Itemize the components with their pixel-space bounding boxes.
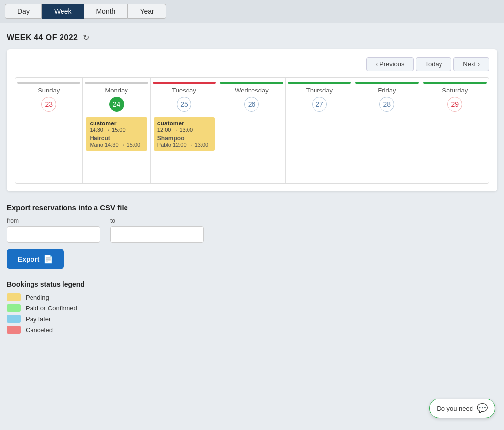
legend-title: Bookings status legend bbox=[7, 280, 497, 288]
monday-number: 24 bbox=[109, 97, 124, 112]
day-header-sunday: Sunday 23 bbox=[15, 78, 83, 114]
main-content: WEEK 44 OF 2022 ↻ ‹ Previous Today Next … bbox=[0, 23, 504, 343]
tuesday-name: Tuesday bbox=[153, 87, 216, 94]
calendar-nav: ‹ Previous Today Next › bbox=[15, 57, 489, 71]
monday-booking-customer: customer bbox=[90, 120, 143, 127]
day-cell-monday[interactable]: customer 14:30 → 15:00 Haircut Mario 14:… bbox=[83, 114, 150, 183]
paid-label: Paid or Confirmed bbox=[26, 305, 77, 312]
monday-booking-service: Haircut bbox=[90, 135, 143, 142]
next-button[interactable]: Next › bbox=[453, 57, 489, 71]
sunday-number: 23 bbox=[41, 97, 56, 112]
tab-month[interactable]: Month bbox=[84, 4, 127, 19]
friday-bar bbox=[355, 82, 418, 84]
week-header: WEEK 44 OF 2022 ↻ bbox=[7, 33, 497, 42]
calendar-header-row: Sunday 23 Monday 24 Tuesday bbox=[15, 78, 489, 114]
to-label: to bbox=[110, 217, 204, 224]
legend-section: Bookings status legend Pending Paid or C… bbox=[7, 280, 497, 334]
calendar-grid: Sunday 23 Monday 24 Tuesday bbox=[15, 77, 489, 184]
export-from-field: from bbox=[7, 217, 100, 243]
from-input[interactable] bbox=[7, 226, 100, 243]
legend-item-canceled: Canceled bbox=[7, 326, 497, 334]
friday-name: Friday bbox=[355, 87, 418, 94]
pending-label: Pending bbox=[26, 294, 49, 301]
today-label: Today bbox=[425, 61, 442, 68]
day-cell-tuesday[interactable]: customer 12:00 → 13:00 Shampoo Pablo 12:… bbox=[151, 114, 218, 183]
tuesday-booking-time: 12:00 → 13:00 bbox=[158, 127, 211, 133]
previous-label: Previous bbox=[379, 61, 405, 68]
tab-year[interactable]: Year bbox=[127, 4, 166, 19]
booking-monday[interactable]: customer 14:30 → 15:00 Haircut Mario 14:… bbox=[86, 117, 147, 151]
export-section: Export reservations into a CSV file from… bbox=[7, 203, 497, 269]
day-header-saturday: Saturday 29 bbox=[421, 78, 489, 114]
wednesday-number: 26 bbox=[244, 97, 259, 112]
refresh-icon[interactable]: ↻ bbox=[83, 33, 89, 42]
legend-item-pending: Pending bbox=[7, 293, 497, 301]
wednesday-bar bbox=[220, 82, 283, 84]
legend-items: Pending Paid or Confirmed Pay later Canc… bbox=[7, 293, 497, 334]
tuesday-booking-detail: Pablo 12:00 → 13:00 bbox=[158, 142, 211, 148]
calendar-body-row: customer 14:30 → 15:00 Haircut Mario 14:… bbox=[15, 114, 489, 183]
day-cell-sunday bbox=[15, 114, 83, 183]
saturday-name: Saturday bbox=[423, 87, 487, 94]
tab-day[interactable]: Day bbox=[5, 4, 42, 19]
thursday-bar bbox=[288, 82, 351, 84]
export-title: Export reservations into a CSV file bbox=[7, 203, 497, 212]
pay-later-label: Pay later bbox=[26, 315, 51, 323]
day-header-tuesday: Tuesday 25 bbox=[151, 78, 218, 114]
monday-booking-detail: Mario 14:30 → 15:00 bbox=[90, 142, 143, 148]
monday-bar bbox=[85, 82, 148, 84]
sunday-bar bbox=[17, 82, 80, 84]
day-header-thursday: Thursday 27 bbox=[286, 78, 353, 114]
legend-item-paid: Paid or Confirmed bbox=[7, 304, 497, 312]
canceled-label: Canceled bbox=[26, 326, 53, 334]
previous-button[interactable]: ‹ Previous bbox=[366, 57, 414, 71]
day-cell-friday bbox=[353, 114, 421, 183]
tuesday-bar bbox=[153, 82, 216, 84]
day-header-monday: Monday 24 bbox=[83, 78, 150, 114]
chevron-right-icon: › bbox=[478, 61, 480, 68]
canceled-color bbox=[7, 326, 21, 334]
export-button[interactable]: Export 📄 bbox=[7, 249, 64, 269]
export-to-field: to bbox=[110, 217, 204, 243]
view-tabs-container: Day Week Month Year bbox=[0, 0, 504, 23]
export-button-label: Export bbox=[18, 255, 39, 263]
legend-item-pay-later: Pay later bbox=[7, 315, 497, 323]
saturday-number: 29 bbox=[447, 97, 462, 112]
next-label: Next bbox=[463, 61, 476, 68]
day-header-friday: Friday 28 bbox=[353, 78, 421, 114]
wednesday-name: Wednesday bbox=[220, 87, 283, 94]
sunday-name: Sunday bbox=[17, 87, 80, 94]
export-fields: from to bbox=[7, 217, 497, 243]
pending-color bbox=[7, 293, 21, 301]
day-header-wednesday: Wednesday 26 bbox=[218, 78, 285, 114]
tuesday-number: 25 bbox=[177, 97, 191, 112]
file-icon: 📄 bbox=[43, 254, 53, 264]
from-label: from bbox=[7, 217, 100, 224]
saturday-bar bbox=[423, 82, 487, 84]
day-cell-saturday bbox=[421, 114, 489, 183]
thursday-name: Thursday bbox=[288, 87, 351, 94]
friday-number: 28 bbox=[379, 97, 394, 112]
tab-week[interactable]: Week bbox=[42, 4, 84, 19]
today-button[interactable]: Today bbox=[416, 57, 452, 71]
paid-color bbox=[7, 304, 21, 312]
week-title: WEEK 44 OF 2022 bbox=[7, 33, 78, 42]
day-cell-wednesday bbox=[218, 114, 285, 183]
pay-later-color bbox=[7, 315, 21, 323]
calendar-container: ‹ Previous Today Next › Sunday 23 bbox=[7, 49, 497, 191]
tuesday-booking-service: Shampoo bbox=[158, 135, 211, 142]
tuesday-booking-customer: customer bbox=[158, 120, 211, 127]
day-cell-thursday bbox=[286, 114, 353, 183]
booking-tuesday[interactable]: customer 12:00 → 13:00 Shampoo Pablo 12:… bbox=[154, 117, 215, 151]
monday-booking-time: 14:30 → 15:00 bbox=[90, 127, 143, 133]
monday-name: Monday bbox=[85, 87, 148, 94]
chevron-left-icon: ‹ bbox=[376, 61, 378, 68]
thursday-number: 27 bbox=[312, 97, 327, 112]
to-input[interactable] bbox=[110, 226, 204, 243]
